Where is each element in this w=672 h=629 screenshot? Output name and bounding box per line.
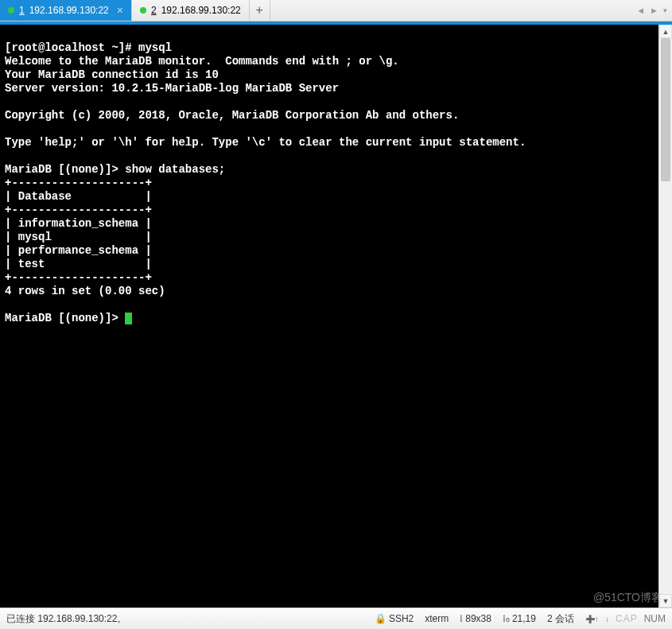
cursor-pos: 21,19: [512, 613, 536, 624]
scroll-thumb[interactable]: [661, 38, 670, 181]
scroll-track[interactable]: [659, 38, 672, 594]
terminal-line: +--------------------+: [5, 271, 152, 284]
status-term: xterm: [425, 613, 449, 624]
status-sessions: 2 会话: [547, 612, 574, 626]
terminal-output[interactable]: [root@localhost ~]# mysql Welcome to the…: [0, 25, 658, 608]
status-size: ⁞ 89x38: [460, 613, 491, 624]
term-type: xterm: [425, 613, 449, 624]
status-connection: 已连接 192.168.99.130:22。: [6, 612, 363, 626]
terminal-line: Server version: 10.2.15-MariaDB-log Mari…: [5, 82, 339, 95]
terminal-tab-1[interactable]: 1 192.168.99.130:22 ×: [0, 0, 132, 21]
size-icon: ⁞: [460, 613, 463, 624]
cursor-icon: [125, 313, 132, 324]
new-tab-button[interactable]: +: [250, 0, 270, 21]
tab-title: 192.168.99.130:22: [29, 5, 109, 16]
scrollbar[interactable]: ▲ ▼: [658, 25, 672, 608]
terminal-line: | performance_schema |: [5, 244, 152, 257]
tab-bar: 1 192.168.99.130:22 × 2 192.168.99.130:2…: [0, 0, 672, 21]
terminal-line: [5, 95, 11, 108]
tab-prev-icon[interactable]: ◄: [636, 6, 645, 15]
terminal-line: | Database |: [5, 190, 152, 203]
terminal-area: [root@localhost ~]# mysql Welcome to the…: [0, 25, 672, 608]
tab-nav: ◄ ► ▾: [631, 0, 672, 21]
terminal-line: | mysql |: [5, 231, 152, 243]
tab-title: 192.168.99.130:22: [161, 5, 241, 16]
terminal-line: | test |: [5, 258, 152, 270]
terminal-line: Copyright (c) 2000, 2018, Oracle, MariaD…: [5, 109, 459, 122]
status-dot-icon: [140, 7, 146, 14]
lock-icon: 🔒: [375, 613, 386, 624]
tab-number: 1: [19, 5, 25, 16]
terminal-line: Welcome to the MariaDB monitor. Commands…: [5, 55, 399, 68]
terminal-line: [5, 298, 11, 311]
terminal-prompt: MariaDB [(none)]>: [5, 312, 132, 324]
terminal-line: [5, 122, 11, 135]
tab-next-icon[interactable]: ►: [650, 6, 658, 15]
plus-up-icon[interactable]: ➕↑: [585, 615, 599, 623]
tab-menu-icon[interactable]: ▾: [663, 6, 667, 14]
status-dot-icon: [8, 7, 14, 14]
tab-number: 2: [151, 5, 157, 16]
terminal-line: +--------------------+: [5, 204, 152, 216]
status-bar: 已连接 192.168.99.130:22。 🔒 SSH2 xterm ⁞ 89…: [0, 608, 672, 629]
sessions-count: 2 会话: [547, 612, 574, 626]
terminal-line: Your MariaDB connection id is 10: [5, 68, 219, 81]
term-size: 89x38: [465, 613, 491, 624]
terminal-tab-2[interactable]: 2 192.168.99.130:22: [132, 0, 250, 21]
terminal-line: | information_schema |: [5, 217, 152, 230]
prompt-text: MariaDB [(none)]>: [5, 312, 125, 324]
terminal-line: 4 rows in set (0.00 sec): [5, 285, 165, 297]
down-icon[interactable]: ↓: [605, 615, 609, 623]
status-cursor-pos: ⁞₀ 21,19: [503, 613, 536, 624]
status-ssh: 🔒 SSH2: [375, 613, 414, 624]
close-icon[interactable]: ×: [117, 4, 123, 17]
num-indicator: NUM: [644, 613, 666, 624]
ssh-label: SSH2: [389, 613, 414, 624]
terminal-line: [root@localhost ~]# mysql: [5, 41, 172, 54]
scroll-down-icon[interactable]: ▼: [659, 594, 672, 608]
terminal-line: [5, 149, 11, 162]
caps-indicator: CAP: [616, 613, 638, 624]
pos-icon: ⁞₀: [503, 613, 510, 624]
terminal-line: Type 'help;' or '\h' for help. Type '\c'…: [5, 136, 526, 149]
status-right-icons: ➕↑ ↓ CAP NUM: [585, 613, 666, 624]
terminal-line: MariaDB [(none)]> show databases;: [5, 163, 225, 176]
terminal-line: +--------------------+: [5, 177, 152, 189]
scroll-up-icon[interactable]: ▲: [659, 25, 672, 38]
